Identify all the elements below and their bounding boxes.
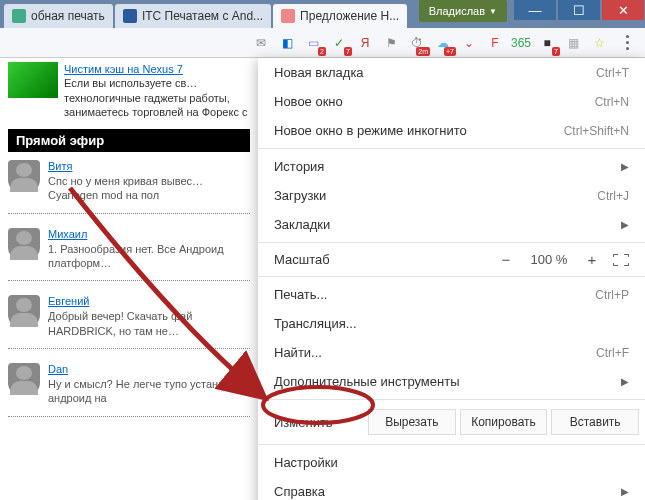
cloud-icon[interactable]: ☁+7 bbox=[433, 33, 453, 53]
flip-icon[interactable]: F bbox=[485, 33, 505, 53]
separator bbox=[258, 148, 645, 149]
chevron-down-icon: ▼ bbox=[489, 7, 497, 16]
favicon-icon bbox=[12, 9, 26, 23]
cut-button[interactable]: Вырезать bbox=[368, 409, 456, 435]
minimize-button[interactable]: — bbox=[514, 0, 556, 20]
docs-icon[interactable]: ▭2 bbox=[303, 33, 323, 53]
comment-user-link[interactable]: Dan bbox=[48, 363, 68, 375]
tab-title: ITC Печатаем с And... bbox=[142, 9, 263, 23]
cal-icon[interactable]: 365 bbox=[511, 33, 531, 53]
comment-text: Ну и смысл? Не легче тупо установить анд… bbox=[48, 378, 247, 404]
news-link[interactable]: Чистим кэш на Nexus 7 bbox=[64, 63, 183, 75]
comment-user-link[interactable]: Михаил bbox=[48, 228, 87, 240]
menu-bookmarks[interactable]: Закладки ▶ bbox=[258, 210, 645, 239]
chevron-right-icon: ▶ bbox=[621, 486, 629, 497]
tab-title: обная печать bbox=[31, 9, 105, 23]
menu-cast[interactable]: Трансляция... bbox=[258, 309, 645, 338]
chevron-right-icon: ▶ bbox=[621, 376, 629, 387]
menu-downloads[interactable]: Загрузки Ctrl+J bbox=[258, 181, 645, 210]
comment-user-link[interactable]: Витя bbox=[48, 160, 72, 172]
avatar bbox=[8, 228, 40, 260]
favicon-icon bbox=[123, 9, 137, 23]
zoom-value: 100 % bbox=[527, 252, 571, 267]
copy-button[interactable]: Копировать bbox=[460, 409, 548, 435]
avatar bbox=[8, 295, 40, 327]
tab-1[interactable]: ITC Печатаем с And... bbox=[115, 4, 271, 28]
menu-edit: Изменить Вырезать Копировать Вставить bbox=[258, 403, 645, 441]
check-icon[interactable]: ✓7 bbox=[329, 33, 349, 53]
tab-title: Предложение Н... bbox=[300, 9, 399, 23]
fullscreen-button[interactable] bbox=[613, 254, 629, 266]
comment-item: ВитяСпс но у меня кривая вывес… Cyanogen… bbox=[8, 160, 250, 214]
tab-0[interactable]: обная печать bbox=[4, 4, 113, 28]
menu-settings[interactable]: Настройки bbox=[258, 448, 645, 477]
user-name: Владислав bbox=[429, 5, 485, 17]
comment-text: 1. Разнообразия нет. Все Андроид платфор… bbox=[48, 243, 224, 269]
comment-item: DanНу и смысл? Не легче тупо установить … bbox=[8, 363, 250, 417]
news-body: Если вы используете св… технологичные га… bbox=[64, 77, 247, 118]
separator bbox=[258, 242, 645, 243]
flag-icon[interactable]: ⚑ bbox=[381, 33, 401, 53]
yandex-icon[interactable]: Я bbox=[355, 33, 375, 53]
comment-text: Добрый вечер! Скачать фай HARDBRICK, но … bbox=[48, 310, 192, 336]
paste-button[interactable]: Вставить bbox=[551, 409, 639, 435]
comment-text: Спс но у меня кривая вывес… Cyanogen mod… bbox=[48, 175, 203, 201]
menu-new-tab[interactable]: Новая вкладка Ctrl+T bbox=[258, 58, 645, 87]
chevron-right-icon: ▶ bbox=[621, 161, 629, 172]
menu-print[interactable]: Печать... Ctrl+P bbox=[258, 280, 645, 309]
menu-new-window[interactable]: Новое окно Ctrl+N bbox=[258, 87, 645, 116]
toolbar: ✉◧▭2✓7Я⚑⏱2m☁+7⌄F365■7▦☆ bbox=[0, 28, 645, 58]
user-badge[interactable]: Владислав ▼ bbox=[419, 0, 507, 22]
separator bbox=[258, 444, 645, 445]
separator bbox=[258, 399, 645, 400]
mail-icon[interactable]: ✉ bbox=[251, 33, 271, 53]
menu-history[interactable]: История ▶ bbox=[258, 152, 645, 181]
favicon-icon bbox=[281, 9, 295, 23]
menu-incognito[interactable]: Новое окно в режиме инкогнито Ctrl+Shift… bbox=[258, 116, 645, 145]
chrome-menu: Новая вкладка Ctrl+T Новое окно Ctrl+N Н… bbox=[258, 58, 645, 500]
comment-item: ЕвгенийДобрый вечер! Скачать фай HARDBRI… bbox=[8, 295, 250, 349]
star-icon[interactable]: ☆ bbox=[589, 33, 609, 53]
tab-2[interactable]: Предложение Н... bbox=[273, 4, 407, 28]
section-header: Прямой эфир bbox=[8, 129, 250, 152]
zoom-out-button[interactable]: − bbox=[497, 251, 515, 268]
page-content: Чистим кэш на Nexus 7 Если вы использует… bbox=[0, 58, 258, 500]
avatar bbox=[8, 363, 40, 395]
note-icon[interactable]: ■7 bbox=[537, 33, 557, 53]
zoom-in-button[interactable]: + bbox=[583, 251, 601, 268]
separator bbox=[258, 276, 645, 277]
avatar bbox=[8, 160, 40, 192]
menu-zoom: Масштаб − 100 % + bbox=[258, 246, 645, 273]
chevron-right-icon: ▶ bbox=[621, 219, 629, 230]
window-controls: Владислав ▼ — ☐ ✕ bbox=[419, 0, 645, 22]
cube-icon[interactable]: ◧ bbox=[277, 33, 297, 53]
comment-user-link[interactable]: Евгений bbox=[48, 295, 89, 307]
menu-help[interactable]: Справка ▶ bbox=[258, 477, 645, 500]
comment-item: Михаил1. Разнообразия нет. Все Андроид п… bbox=[8, 228, 250, 282]
close-button[interactable]: ✕ bbox=[602, 0, 644, 20]
menu-button[interactable] bbox=[615, 31, 639, 55]
menu-more-tools[interactable]: Дополнительные инструменты ▶ bbox=[258, 367, 645, 396]
ext-icon[interactable]: ▦ bbox=[563, 33, 583, 53]
news-thumbnail[interactable] bbox=[8, 62, 58, 98]
menu-find[interactable]: Найти... Ctrl+F bbox=[258, 338, 645, 367]
news-item: Чистим кэш на Nexus 7 Если вы использует… bbox=[8, 62, 250, 119]
maximize-button[interactable]: ☐ bbox=[558, 0, 600, 20]
timer-icon[interactable]: ⏱2m bbox=[407, 33, 427, 53]
pocket-icon[interactable]: ⌄ bbox=[459, 33, 479, 53]
